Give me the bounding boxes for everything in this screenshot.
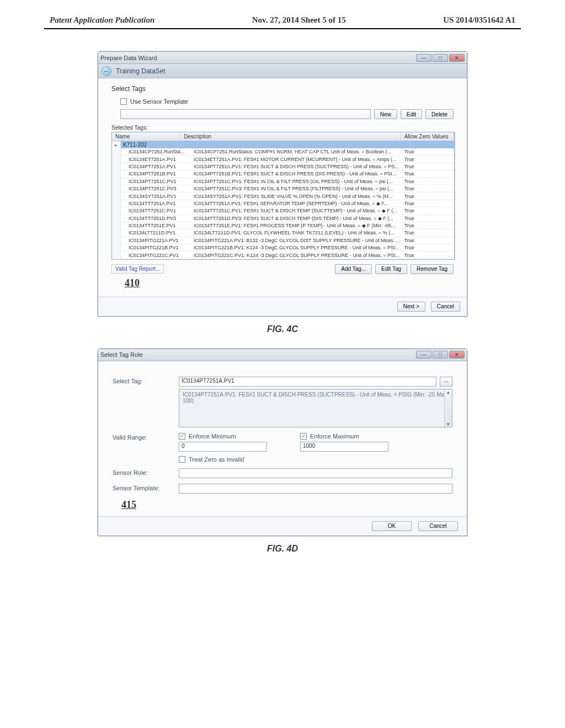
close-button[interactable]: ✕ (449, 54, 465, 62)
sensor-template-dropdown[interactable] (179, 484, 452, 494)
minimize-button[interactable]: — (416, 351, 431, 358)
tree-root[interactable]: K711-202 (121, 141, 454, 148)
table-row[interactable]: IC0134PT7251C.PV1IC0134PT7251C.PV1: FES#… (121, 178, 454, 185)
delete-template-button[interactable]: Delete (425, 109, 454, 119)
close-button[interactable]: ✕ (449, 351, 465, 358)
enforce-max-label: Enforce Maximum (310, 433, 359, 440)
tag-description-box: IC0134PT7251A.PV1: FES#1 SUCT & DISCH PR… (179, 389, 452, 427)
table-row[interactable]: IC0134PITG221B.PV1IC0134PITG221B.PV1: K1… (121, 244, 454, 251)
remove-tag-button[interactable]: Remove Tag (411, 264, 454, 274)
grid-rows: K711-202 IC0134CP7251.RunSta...IC0134CP7… (121, 141, 454, 259)
table-row[interactable]: IC0134PT7251B.PV1IC0134PT7251B.PV1: FES#… (121, 170, 454, 178)
table-row[interactable]: IC0134SY7251A.PV1IC0134SY7251A.PV1: FES#… (121, 192, 454, 200)
add-tag-button[interactable]: Add Tag... (335, 264, 372, 274)
treat-zero-label: Treat Zero as Invalid (189, 456, 244, 463)
figure-ref-410: 410 (125, 277, 454, 289)
use-sensor-template-label: Use Sensor Template (130, 98, 188, 105)
ok-button[interactable]: OK (372, 521, 412, 531)
window-title: Select Tag Role (100, 351, 143, 358)
next-button[interactable]: Next > (397, 302, 425, 312)
grid-scrollbar[interactable] (455, 132, 455, 260)
cancel-button[interactable]: Cancel (418, 521, 458, 531)
sheet-label: Nov. 27, 2014 Sheet 5 of 15 (252, 15, 346, 25)
selected-tags-label: Selected Tags: (111, 125, 454, 131)
min-value-input[interactable]: 0 (179, 442, 267, 452)
new-template-button[interactable]: New (374, 109, 397, 119)
tree-gutter: ▸ (112, 141, 121, 259)
figure-ref-415: 415 (121, 499, 452, 511)
grid-header: Name Description Allow Zero Values (112, 132, 454, 141)
desc-scrollbar[interactable]: ▴▾ (444, 389, 452, 427)
table-row[interactable]: IC0134PITG221A.PV1IC0134PITG221A.PV1: B1… (121, 237, 454, 244)
fig-4c-caption: FIG. 4C (0, 324, 565, 334)
pub-label: Patent Application Publication (50, 15, 154, 25)
maximize-button[interactable]: □ (433, 351, 448, 358)
window-title: Prepare Data Wizard (100, 55, 157, 61)
edit-tag-button[interactable]: Edit Tag (375, 264, 407, 274)
enforce-min-checkbox[interactable] (179, 433, 185, 440)
table-row[interactable]: IC0134ET7251A.PV1IC0134ET7251A.PV1: FES#… (121, 156, 454, 163)
col-description[interactable]: Description (180, 132, 401, 141)
table-row[interactable]: IC0134PT7251A.PV1IC0134PT7251A.PV1: FES#… (121, 163, 454, 170)
sensor-template-label: Sensor Template: (113, 484, 179, 491)
page-header: Patent Application Publication Nov. 27, … (0, 0, 565, 25)
col-allow-zero[interactable]: Allow Zero Values (401, 132, 454, 141)
browse-tag-button[interactable]: ... (440, 377, 452, 387)
wizard-step-title: Training DataSet (116, 67, 166, 75)
table-row[interactable]: IC0134PITG221C.PV1IC0134PITG221C.PV1: K1… (121, 251, 454, 259)
select-tag-label: Select Tag: (113, 377, 179, 384)
selected-tag-field[interactable]: IC0134PT7251A.PV1 (179, 377, 436, 387)
select-tag-role-window: Select Tag Role — □ ✕ Select Tag: IC0134… (98, 349, 467, 536)
table-row[interactable]: IC0134CP7251.RunSta...IC0134CP7251.RunSt… (121, 148, 454, 156)
use-sensor-template-checkbox[interactable] (120, 98, 127, 105)
prepare-data-wizard-window: Prepare Data Wizard — □ ✕ ← Training Dat… (98, 51, 467, 317)
header-rule (44, 28, 521, 29)
titlebar[interactable]: Prepare Data Wizard — □ ✕ (98, 52, 467, 64)
edit-template-button[interactable]: Edit (401, 109, 422, 119)
valid-tag-report-link[interactable]: Valid Tag Report... (111, 264, 164, 274)
table-row[interactable]: IC0134TT7251C.PV1IC0134TT7251C.PV1: FES#… (121, 207, 454, 215)
cancel-button[interactable]: Cancel (431, 302, 460, 312)
titlebar[interactable]: Select Tag Role — □ ✕ (98, 349, 467, 361)
valid-range-label: Valid Range: (113, 433, 179, 441)
tags-grid: Name Description Allow Zero Values ▸ K71… (111, 132, 455, 260)
table-row[interactable]: IC0134TT7251A.PV1IC0134TT7251A.PV1: FES#… (121, 200, 454, 207)
fig-4d-caption: FIG. 4D (0, 544, 565, 554)
table-row[interactable]: IC0134TT7251E.PV1IC0134TT7251E.PV1: FES#… (121, 222, 454, 229)
table-row[interactable]: IC0134TT7251D.PV3IC0134TT7251D.PV3: FES#… (121, 215, 454, 222)
treat-zero-checkbox[interactable] (179, 456, 185, 463)
sensor-template-dropdown[interactable] (120, 109, 371, 119)
pub-number: US 2014/0351642 A1 (443, 15, 515, 25)
table-row[interactable]: IC0134PT7251C.PV3IC0134PT7251C.PV3: FES#… (121, 185, 454, 192)
enforce-max-checkbox[interactable] (300, 433, 307, 440)
sensor-role-label: Sensor Role: (113, 468, 179, 476)
back-icon[interactable]: ← (102, 66, 111, 76)
enforce-min-label: Enforce Minimum (189, 433, 236, 440)
table-row[interactable]: IC0134LT7211D.PV1IC0134LT7211D.PV1: GLYC… (121, 229, 454, 237)
minimize-button[interactable]: — (416, 54, 431, 62)
sensor-role-dropdown[interactable] (179, 468, 452, 478)
maximize-button[interactable]: □ (433, 54, 448, 62)
col-name[interactable]: Name (112, 132, 180, 141)
max-value-input[interactable]: 1000 (300, 442, 388, 452)
select-tags-heading: Select Tags (111, 85, 454, 93)
expand-icon[interactable]: ▸ (112, 141, 120, 149)
wizard-subheader: ← Training DataSet (98, 64, 467, 78)
